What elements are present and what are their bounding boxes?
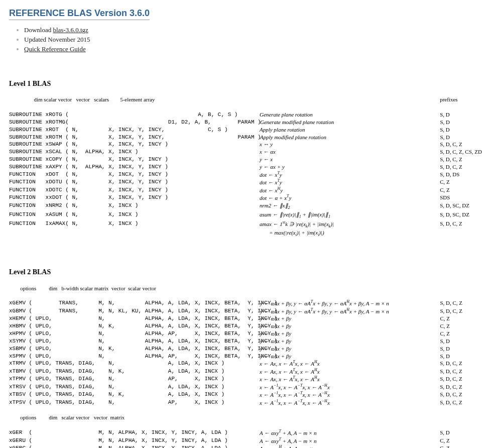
sig-cell: FUNCTION xDOT ( N, X, INCX, Y, INCY )	[9, 171, 260, 179]
desc-cell: Generate plane rotation	[260, 111, 440, 119]
prefix-cell: S, D, C, Z	[440, 391, 485, 399]
sig-cell: xHEMV ( UPLO, N, ALPHA, A, LDA, X, INCX,…	[9, 315, 260, 322]
desc-cell: Apply plane rotation	[260, 126, 440, 134]
prefix-cell: S, D	[440, 353, 485, 360]
prefix-cell: S, D, C, Z	[440, 220, 485, 230]
sig-cell: xGERU ( M, N, ALPHA, X, INCX, Y, INCY, A…	[9, 437, 260, 445]
desc-cell: x ← Ax, x ← ATx, x ← AHx	[260, 360, 440, 368]
sig-cell: SUBROUTINE xROT ( N, X, INCX, Y, INCY, C…	[9, 126, 260, 134]
top-list: Download blas-3.6.0.tgz Updated November…	[24, 26, 485, 53]
updated-label: Updated November 2015	[24, 36, 90, 43]
prefix-cell: C, Z	[440, 315, 485, 322]
desc-cell: dot ← α + xTy	[260, 194, 440, 202]
sig-cell: xGERC ( M, N, ALPHA, X, INCX, Y, INCY, A…	[9, 444, 260, 448]
sig-cell: xHPMV ( UPLO, N, ALPHA, AP, X, INCX, BET…	[9, 330, 260, 338]
prefix-cell: S, D	[440, 338, 485, 345]
desc-cell: A ← αxyT + A, A − m × n	[260, 429, 440, 437]
prefix-cell: S, D	[440, 134, 485, 141]
prefix-cell: S, D, SC, DZ	[440, 202, 485, 211]
sig-cell: xGER ( M, N, ALPHA, X, INCX, Y, INCY, A,…	[9, 429, 260, 437]
l2-header-a: options dim b-width scalar matrix vector…	[9, 285, 260, 292]
desc-cell: asum ← ‖|re(x)|‖1 + ‖|im(x)|‖1	[260, 211, 440, 220]
download-label: Download	[24, 26, 53, 34]
table-row: FUNCTION xDOTC ( N, X, INCX, Y, INCY )do…	[9, 186, 485, 194]
desc-cell: y ← αAx + βy	[260, 353, 440, 360]
table-row: xSYMV ( UPLO, N, ALPHA, A, LDA, X, INCX,…	[9, 338, 485, 345]
page-title: REFERENCE BLAS Version 3.6.0	[9, 8, 150, 20]
table-row: FUNCTION xxDOT ( N, X, INCX, Y, INCY )do…	[9, 194, 485, 202]
prefix-cell: C, Z	[440, 178, 485, 186]
prefix-cell: S, D, C, Z	[440, 375, 485, 383]
sig-cell: xHBMV ( UPLO, N, K, ALPHA, A, LDA, X, IN…	[9, 322, 260, 330]
prefix-cell: S, D	[440, 119, 485, 126]
prefix-cell: S, D, C, Z	[440, 368, 485, 376]
sig-cell: SUBROUTINE xROTG ( A, B, C, S )	[9, 111, 260, 119]
sig-cell: FUNCTION xASUM ( N, X, INCX )	[9, 211, 260, 220]
table-row: SUBROUTINE xAXPY ( N, ALPHA, X, INCX, Y,…	[9, 163, 485, 171]
sig-cell: xTRSV ( UPLO, TRANS, DIAG, N, A, LDA, X,…	[9, 383, 260, 391]
sig-cell: xGBMV ( TRANS, M, N, KL, KU, ALPHA, A, L…	[9, 307, 260, 315]
table-row: FUNCTION xDOT ( N, X, INCX, Y, INCY )dot…	[9, 171, 485, 179]
sig-cell: xSBMV ( UPLO, N, K, ALPHA, A, LDA, X, IN…	[9, 345, 260, 353]
table-row: FUNCTION xNRM2 ( N, X, INCX )nrm2 ← ‖x‖2…	[9, 202, 485, 211]
desc-cell: y ← αAx + βy	[260, 322, 440, 330]
table-row: SUBROUTINE xSCAL ( N, ALPHA, X, INCX )x …	[9, 148, 485, 156]
desc-cell: y ← αx + y	[260, 163, 440, 171]
table-row: xTBMV ( UPLO, TRANS, DIAG, N, K, A, LDA,…	[9, 368, 485, 376]
table-row: xGERC ( M, N, ALPHA, X, INCX, Y, INCY, A…	[9, 444, 485, 448]
desc-cell: x ← A−1x, x ← A−Tx, x ← A−Hx	[260, 391, 440, 399]
prefix-cell: S, D, C, Z, CS, ZD	[440, 148, 485, 156]
prefix-cell: S, D	[440, 429, 485, 437]
prefix-cell: S, D, C, Z	[440, 399, 485, 407]
table-row: xTRSV ( UPLO, TRANS, DIAG, N, A, LDA, X,…	[9, 383, 485, 391]
desc-cell: y ← αAx + βy	[260, 330, 440, 338]
prefix-cell: S, D, C, Z	[440, 307, 485, 315]
desc-cell: nrm2 ← ‖x‖2	[260, 202, 440, 211]
l1-header-prefixes: prefixes	[440, 96, 485, 103]
prefix-cell: S, D, SC, DZ	[440, 211, 485, 220]
prefix-cell: S, D	[440, 111, 485, 119]
desc-cell: y ← x	[260, 156, 440, 163]
prefix-cell: S, D, C, Z	[440, 383, 485, 391]
sig-cell: SUBROUTINE xSCAL ( N, ALPHA, X, INCX )	[9, 148, 260, 156]
table-row: xHBMV ( UPLO, N, K, ALPHA, A, LDA, X, IN…	[9, 322, 485, 330]
prefix-cell: C, Z	[440, 322, 485, 330]
table-row: xSPMV ( UPLO, N, ALPHA, AP, X, INCX, BET…	[9, 353, 485, 360]
desc-cell: dot ← xTy	[260, 171, 440, 179]
prefix-cell	[440, 229, 485, 238]
table-row: xTBSV ( UPLO, TRANS, DIAG, N, K, A, LDA,…	[9, 391, 485, 399]
download-link[interactable]: blas-3.6.0.tgz	[53, 26, 88, 34]
sig-cell: FUNCTION xDOTU ( N, X, INCX, Y, INCY )	[9, 178, 260, 186]
reference-block: Level 1 BLAS dim scalar vector vector sc…	[9, 59, 485, 448]
desc-cell: Apply modified plane rotation	[260, 134, 440, 141]
table-row: xTPSV ( UPLO, TRANS, DIAG, N, AP, X, INC…	[9, 399, 485, 407]
table-row: xHEMV ( UPLO, N, ALPHA, A, LDA, X, INCX,…	[9, 315, 485, 322]
l2-header-b: options dim scalar vector vector matrix	[9, 414, 260, 421]
sig-cell: xSPMV ( UPLO, N, ALPHA, AP, X, INCX, BET…	[9, 353, 260, 360]
prefix-cell: C, Z	[440, 444, 485, 448]
prefix-cell: S, D, C, Z	[440, 141, 485, 148]
desc-cell: x ← Ax, x ← ATx, x ← AHx	[260, 368, 440, 376]
table-row: xTPMV ( UPLO, TRANS, DIAG, N, AP, X, INC…	[9, 375, 485, 383]
table-row: SUBROUTINE xROTMG( D1, D2, A, B, PARAM )…	[9, 119, 485, 126]
prefix-cell: S, D, C, Z	[440, 156, 485, 163]
sig-cell: xTPMV ( UPLO, TRANS, DIAG, N, AP, X, INC…	[9, 375, 260, 383]
prefix-cell: S, D	[440, 126, 485, 134]
sig-cell: xGEMV ( TRANS, M, N, ALPHA, A, LDA, X, I…	[9, 299, 260, 307]
desc-cell: y ← αAx + βy	[260, 315, 440, 322]
table-row: xTRMV ( UPLO, TRANS, DIAG, N, A, LDA, X,…	[9, 360, 485, 368]
sig-cell: xTPSV ( UPLO, TRANS, DIAG, N, AP, X, INC…	[9, 399, 260, 407]
quick-ref-link[interactable]: Quick Reference Guide	[24, 45, 86, 53]
table-row: xGBMV ( TRANS, M, N, KL, KU, ALPHA, A, L…	[9, 307, 485, 315]
table-row: FUNCTION xASUM ( N, X, INCX )asum ← ‖|re…	[9, 211, 485, 220]
sig-cell: SUBROUTINE xSWAP ( N, X, INCX, Y, INCY )	[9, 141, 260, 148]
prefix-cell: C, Z	[440, 437, 485, 445]
sig-cell: SUBROUTINE xCOPY ( N, X, INCX, Y, INCY )	[9, 156, 260, 163]
prefix-cell: C, Z	[440, 186, 485, 194]
table-row: xSBMV ( UPLO, N, K, ALPHA, A, LDA, X, IN…	[9, 345, 485, 353]
desc-cell: x ← A−1x, x ← A−Tx, x ← A−Hx	[260, 383, 440, 391]
l1-header-c1: dim scalar vector vector scalars 5-eleme…	[9, 96, 260, 103]
sig-cell: FUNCTION xxDOT ( N, X, INCX, Y, INCY )	[9, 194, 260, 202]
prefix-cell: C, Z	[440, 330, 485, 338]
sig-cell: xTRMV ( UPLO, TRANS, DIAG, N, A, LDA, X,…	[9, 360, 260, 368]
